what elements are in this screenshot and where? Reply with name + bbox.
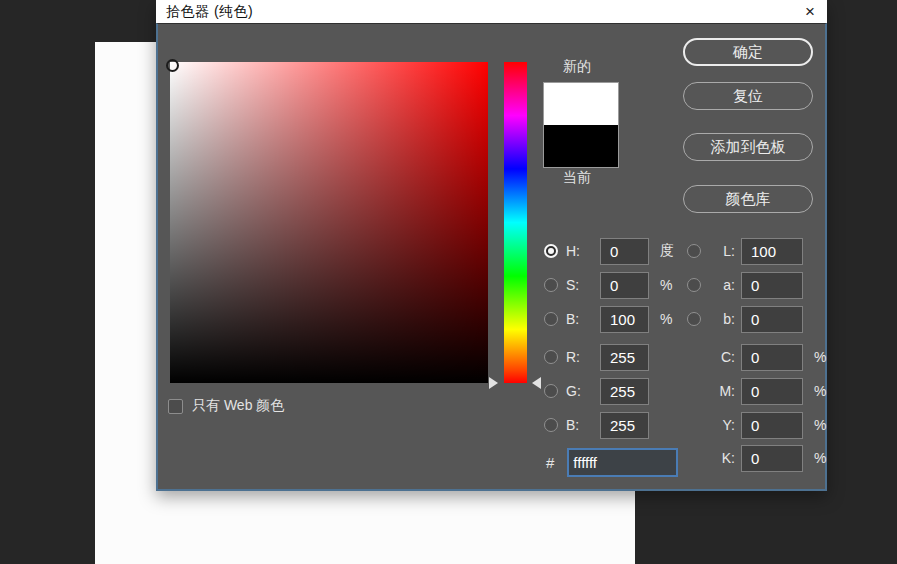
- b2-input[interactable]: [600, 412, 649, 439]
- field-row-h: H: 度: [544, 237, 674, 265]
- h-label: H:: [566, 243, 600, 259]
- field-row-lab-b: b:: [687, 305, 803, 333]
- lab-b-radio[interactable]: [687, 312, 701, 326]
- g-radio[interactable]: [544, 384, 558, 398]
- lab-b-label: b:: [705, 311, 735, 327]
- current-color-label: 当前: [563, 169, 591, 187]
- b-radio[interactable]: [544, 312, 558, 326]
- b-input[interactable]: [600, 306, 649, 333]
- lab-b-input[interactable]: [741, 306, 803, 333]
- field-row-m: M: %: [687, 377, 826, 405]
- hex-label: #: [546, 454, 554, 471]
- new-color-swatch: [544, 83, 618, 125]
- r-label: R:: [566, 349, 600, 365]
- s-radio[interactable]: [544, 278, 558, 292]
- field-row-g: G:: [544, 377, 649, 405]
- s-unit: %: [660, 277, 672, 293]
- l-label: L:: [705, 243, 735, 259]
- y-unit: %: [814, 417, 826, 433]
- hue-slider[interactable]: [504, 62, 527, 383]
- a-input[interactable]: [741, 272, 803, 299]
- g-input[interactable]: [600, 378, 649, 405]
- a-radio[interactable]: [687, 278, 701, 292]
- saturation-brightness-field[interactable]: [170, 62, 488, 383]
- field-row-c: C: %: [687, 343, 826, 371]
- dialog-titlebar[interactable]: 拾色器 (纯色) ×: [156, 0, 827, 23]
- field-row-s: S: %: [544, 271, 672, 299]
- r-input[interactable]: [600, 344, 649, 371]
- field-row-a: a:: [687, 271, 803, 299]
- s-label: S:: [566, 277, 600, 293]
- photoshop-workspace: 拾色器 (纯色) × 只有 Web 颜色 新的 当前 确定 复位 添加到色板 颜…: [0, 0, 897, 564]
- c-unit: %: [814, 349, 826, 365]
- y-input[interactable]: [741, 412, 803, 439]
- field-row-y: Y: %: [687, 411, 826, 439]
- r-radio[interactable]: [544, 350, 558, 364]
- color-field-marker-icon[interactable]: [166, 59, 179, 72]
- field-row-l: L:: [687, 237, 803, 265]
- web-colors-label: 只有 Web 颜色: [192, 397, 284, 415]
- h-radio[interactable]: [544, 244, 558, 258]
- field-row-k: K: %: [687, 444, 826, 472]
- field-row-b: B: %: [544, 305, 672, 333]
- current-color-swatch[interactable]: [544, 125, 618, 167]
- l-radio[interactable]: [687, 244, 701, 258]
- field-row-r: R:: [544, 343, 649, 371]
- g-label: G:: [566, 383, 600, 399]
- m-unit: %: [814, 383, 826, 399]
- hex-row: #: [546, 448, 678, 477]
- add-to-swatches-button[interactable]: 添加到色板: [683, 133, 813, 161]
- hue-slider-arrow-left-icon[interactable]: [489, 377, 498, 389]
- color-picker-dialog: 拾色器 (纯色) × 只有 Web 颜色 新的 当前 确定 复位 添加到色板 颜…: [156, 0, 827, 491]
- m-label: M:: [705, 383, 735, 399]
- web-colors-only-row: 只有 Web 颜色: [168, 397, 284, 415]
- b-unit: %: [660, 311, 672, 327]
- hex-input[interactable]: [567, 448, 678, 477]
- ok-button[interactable]: 确定: [683, 38, 813, 66]
- new-color-label: 新的: [563, 58, 591, 76]
- h-unit: 度: [660, 242, 674, 260]
- dialog-title: 拾色器 (纯色): [166, 3, 253, 21]
- hue-slider-arrow-right-icon[interactable]: [532, 377, 541, 389]
- color-libraries-button[interactable]: 颜色库: [683, 185, 813, 213]
- k-input[interactable]: [741, 445, 803, 472]
- reset-button[interactable]: 复位: [683, 82, 813, 110]
- k-unit: %: [814, 450, 826, 466]
- k-label: K:: [705, 450, 735, 466]
- color-swatch: [543, 82, 619, 168]
- c-input[interactable]: [741, 344, 803, 371]
- y-label: Y:: [705, 417, 735, 433]
- h-input[interactable]: [600, 238, 649, 265]
- a-label: a:: [705, 277, 735, 293]
- l-input[interactable]: [741, 238, 803, 265]
- b-label: B:: [566, 311, 600, 327]
- c-label: C:: [705, 349, 735, 365]
- web-colors-checkbox[interactable]: [168, 399, 183, 414]
- field-row-b2: B:: [544, 411, 649, 439]
- b2-label: B:: [566, 417, 600, 433]
- s-input[interactable]: [600, 272, 649, 299]
- close-icon[interactable]: ×: [805, 0, 815, 23]
- b2-radio[interactable]: [544, 418, 558, 432]
- m-input[interactable]: [741, 378, 803, 405]
